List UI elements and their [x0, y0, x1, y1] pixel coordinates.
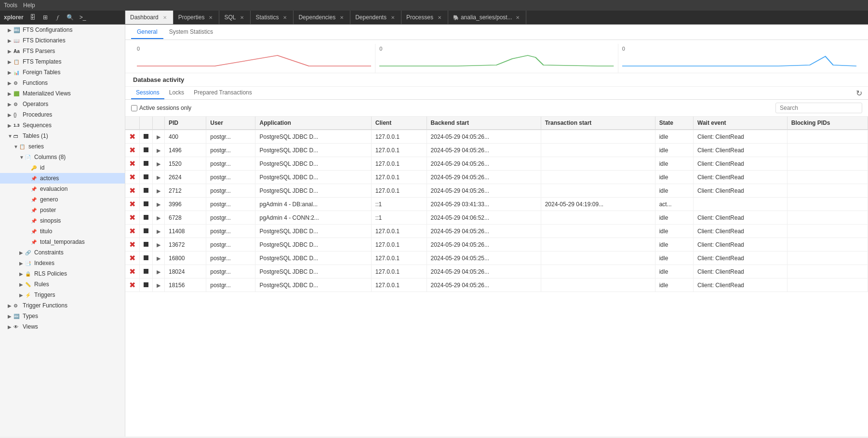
stop-btn-cell[interactable]	[140, 157, 153, 171]
terminate-button[interactable]: ✖	[129, 132, 135, 141]
toolbar-icon-search[interactable]: 🔍	[65, 12, 76, 23]
expand-row-button[interactable]: ▶	[157, 134, 160, 140]
refresh-button[interactable]: ↻	[856, 89, 862, 98]
sidebar-item-fts-parsers[interactable]: ▶ Aa FTS Parsers	[0, 46, 125, 56]
terminate-btn-cell[interactable]: ✖	[125, 252, 140, 265]
terminate-btn-cell[interactable]: ✖	[125, 238, 140, 252]
sidebar-item-col-total-temporadas[interactable]: 📌 total_temporadas	[0, 237, 125, 247]
expand-btn-cell[interactable]: ▶	[153, 157, 165, 171]
sessions-tab-prepared-transactions[interactable]: Prepared Transactions	[189, 87, 257, 99]
stop-button[interactable]	[144, 228, 148, 233]
toolbar-icon-db[interactable]: 🗄	[27, 12, 38, 23]
stop-btn-cell[interactable]	[140, 171, 153, 184]
stop-btn-cell[interactable]	[140, 184, 153, 198]
sidebar-item-series[interactable]: ▼ 📋 series	[0, 141, 125, 152]
search-input[interactable]	[775, 103, 862, 113]
sidebar-item-foreign-tables[interactable]: ▶ 📊 Foreign Tables	[0, 67, 125, 78]
terminate-btn-cell[interactable]: ✖	[125, 130, 140, 144]
stop-button[interactable]	[144, 161, 148, 166]
stop-button[interactable]	[144, 242, 148, 247]
terminate-btn-cell[interactable]: ✖	[125, 157, 140, 171]
tab-processes-close[interactable]: ✕	[436, 14, 443, 21]
tab-properties[interactable]: Properties ✕	[174, 11, 220, 24]
sub-tab-general[interactable]: General	[131, 26, 163, 39]
expand-row-button[interactable]: ▶	[157, 228, 160, 234]
stop-button[interactable]	[144, 188, 148, 193]
sidebar-item-procedures[interactable]: ▶ {} Procedures	[0, 109, 125, 120]
sidebar-item-tables[interactable]: ▼ 🗃 Tables (1)	[0, 131, 125, 141]
terminate-btn-cell[interactable]: ✖	[125, 184, 140, 198]
stop-btn-cell[interactable]	[140, 198, 153, 211]
sessions-tab-sessions[interactable]: Sessions	[131, 87, 164, 99]
stop-button[interactable]	[144, 282, 148, 287]
terminate-button[interactable]: ✖	[129, 186, 135, 195]
sidebar-item-functions[interactable]: ▶ ⚙ Functions	[0, 78, 125, 88]
expand-btn-cell[interactable]: ▶	[153, 279, 165, 292]
stop-btn-cell[interactable]	[140, 144, 153, 157]
stop-button[interactable]	[144, 134, 148, 139]
terminate-button[interactable]: ✖	[129, 159, 135, 168]
expand-btn-cell[interactable]: ▶	[153, 265, 165, 279]
stop-button[interactable]	[144, 255, 148, 260]
expand-btn-cell[interactable]: ▶	[153, 171, 165, 184]
expand-btn-cell[interactable]: ▶	[153, 184, 165, 198]
expand-row-button[interactable]: ▶	[157, 255, 160, 261]
sidebar-item-fts-dictionaries[interactable]: ▶ 📖 FTS Dictionaries	[0, 35, 125, 46]
toolbar-icon-table[interactable]: ⊞	[40, 12, 51, 23]
expand-btn-cell[interactable]: ▶	[153, 238, 165, 252]
stop-btn-cell[interactable]	[140, 130, 153, 144]
sidebar-item-indexes[interactable]: ▶ 📑 Indexes	[0, 258, 125, 268]
expand-btn-cell[interactable]: ▶	[153, 130, 165, 144]
tab-properties-close[interactable]: ✕	[207, 14, 214, 21]
tab-statistics-close[interactable]: ✕	[281, 14, 288, 21]
terminate-button[interactable]: ✖	[129, 253, 135, 263]
expand-row-button[interactable]: ▶	[157, 161, 160, 167]
sidebar-item-col-sinopsis[interactable]: 📌 sinopsis	[0, 215, 125, 226]
sidebar-item-materialized-views[interactable]: ▶ 🟩 Materialized Views	[0, 88, 125, 99]
stop-button[interactable]	[144, 215, 148, 220]
stop-button[interactable]	[144, 147, 148, 152]
sidebar-item-types[interactable]: ▶ 🔤 Types	[0, 311, 125, 321]
stop-button[interactable]	[144, 269, 148, 274]
sub-tab-system-statistics[interactable]: System Statistics	[163, 26, 219, 39]
expand-btn-cell[interactable]: ▶	[153, 211, 165, 225]
tab-dependents-close[interactable]: ✕	[389, 14, 396, 21]
terminate-button[interactable]: ✖	[129, 199, 135, 209]
expand-row-button[interactable]: ▶	[157, 215, 160, 221]
terminate-btn-cell[interactable]: ✖	[125, 279, 140, 292]
sidebar-item-col-genero[interactable]: 📌 genero	[0, 194, 125, 205]
stop-btn-cell[interactable]	[140, 211, 153, 225]
expand-btn-cell[interactable]: ▶	[153, 252, 165, 265]
expand-row-button[interactable]: ▶	[157, 242, 160, 248]
terminate-button[interactable]: ✖	[129, 226, 135, 236]
expand-row-button[interactable]: ▶	[157, 269, 160, 275]
terminate-button[interactable]: ✖	[129, 173, 135, 182]
toolbar-icon-terminal[interactable]: >_	[78, 12, 88, 23]
expand-row-button[interactable]: ▶	[157, 282, 160, 288]
tab-dependencies-close[interactable]: ✕	[338, 14, 345, 21]
terminate-button[interactable]: ✖	[129, 213, 135, 222]
sidebar-item-columns[interactable]: ▼ 📄 Columns (8)	[0, 152, 125, 162]
sidebar-item-sequences[interactable]: ▶ 1.3 Sequences	[0, 120, 125, 131]
active-sessions-checkbox-label[interactable]: Active sessions only	[131, 105, 191, 111]
expand-row-button[interactable]: ▶	[157, 201, 160, 207]
tab-analia[interactable]: 🐘 analia_series/post... ✕	[448, 11, 526, 24]
tab-dependencies[interactable]: Dependencies ✕	[294, 11, 350, 24]
stop-button[interactable]	[144, 174, 148, 179]
terminate-btn-cell[interactable]: ✖	[125, 225, 140, 238]
menu-help[interactable]: Help	[23, 2, 35, 9]
tab-analia-close[interactable]: ✕	[514, 14, 521, 21]
sidebar-item-fts-configurations[interactable]: ▶ 🔤 FTS Configurations	[0, 25, 125, 35]
sidebar-item-col-id[interactable]: 🔑 id	[0, 162, 125, 173]
expand-btn-cell[interactable]: ▶	[153, 225, 165, 238]
tab-sql-close[interactable]: ✕	[239, 14, 245, 21]
sidebar-item-rules[interactable]: ▶ 📏 Rules	[0, 279, 125, 290]
sidebar-item-views[interactable]: ▶ 👁 Views	[0, 321, 125, 332]
sidebar-item-col-poster[interactable]: 📌 poster	[0, 205, 125, 215]
sidebar-item-constraints[interactable]: ▶ 🔗 Constraints	[0, 247, 125, 258]
sidebar-item-col-evaluacion[interactable]: 📌 evaluacion	[0, 184, 125, 194]
tab-processes[interactable]: Processes ✕	[401, 11, 448, 24]
tab-dashboard[interactable]: Dashboard ✕	[125, 11, 174, 24]
tab-dashboard-close[interactable]: ✕	[161, 14, 168, 21]
sidebar-item-rls-policies[interactable]: ▶ 🔒 RLS Policies	[0, 268, 125, 279]
